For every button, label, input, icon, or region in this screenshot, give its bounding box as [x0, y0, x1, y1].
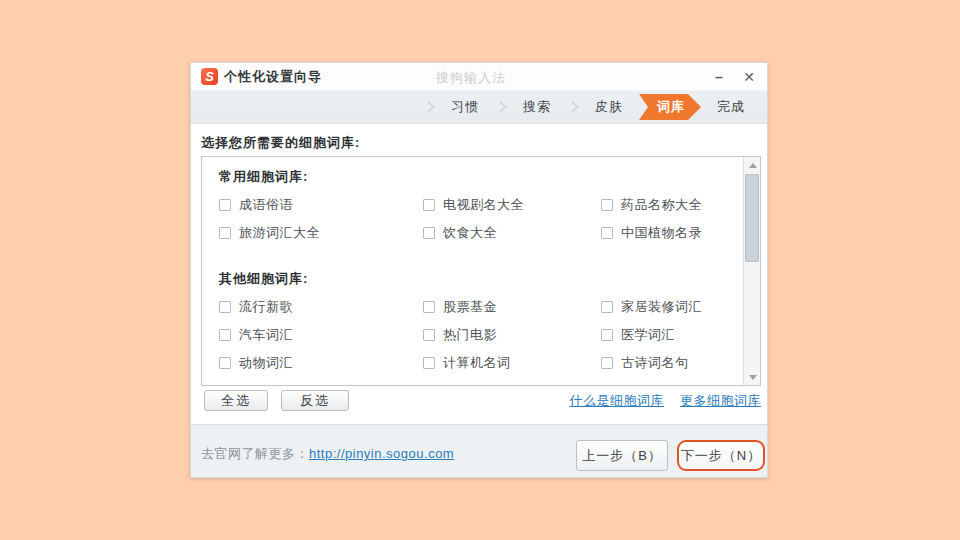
checkbox-label: 中国植物名录	[621, 224, 702, 242]
lexicon-checkbox-item[interactable]: 汽车词汇	[219, 321, 423, 349]
wizard-window: S 个性化设置向导 搜狗输入法 – ✕ 习惯 搜索 皮肤 词库 完成 选择您所需…	[190, 62, 768, 478]
scrollbar[interactable]	[743, 157, 760, 385]
next-step-button[interactable]: 下一步（N）	[677, 440, 765, 471]
select-all-button[interactable]: 全选	[204, 390, 268, 411]
checkbox-label: 医学词汇	[621, 326, 675, 344]
checkbox-label: 饮食大全	[443, 224, 497, 242]
chevron-separator-icon	[495, 101, 506, 112]
checkbox-label: 旅游词汇大全	[239, 224, 320, 242]
chevron-separator-icon	[567, 101, 578, 112]
checkbox-label: 古诗词名句	[621, 354, 689, 372]
lexicon-checkbox-item[interactable]: 热门电影	[423, 321, 601, 349]
lexicon-checkbox-item[interactable]: 医学词汇	[601, 321, 743, 349]
section-title-common: 常用细胞词库:	[219, 165, 743, 191]
checkbox-icon[interactable]	[423, 227, 435, 239]
lexicon-checkbox-item[interactable]: 动物词汇	[219, 349, 423, 377]
tab-search[interactable]: 搜索	[509, 98, 565, 116]
checkbox-label: 流行新歌	[239, 298, 293, 316]
checkbox-icon[interactable]	[601, 357, 613, 369]
partial-item	[423, 377, 601, 386]
lexicon-listbox: 常用细胞词库: 成语俗语 电视剧名大全 药品名称大全 旅游词汇大全 饮食大全 中…	[201, 156, 761, 386]
section-title-other: 其他细胞词库:	[219, 267, 743, 293]
partial-item	[219, 377, 423, 386]
title-bar: S 个性化设置向导 搜狗输入法 – ✕	[191, 63, 767, 90]
official-site-link[interactable]: http://pinyin.sogou.com	[309, 446, 454, 461]
checkbox-icon[interactable]	[219, 301, 231, 313]
checkbox-label: 计算机名词	[443, 354, 511, 372]
lexicon-checkbox-item[interactable]: 计算机名词	[423, 349, 601, 377]
checkbox-icon[interactable]	[601, 199, 613, 211]
checkbox-icon[interactable]	[601, 329, 613, 341]
checkbox-label: 热门电影	[443, 326, 497, 344]
checkbox-label: 电视剧名大全	[443, 196, 524, 214]
scroll-up-icon[interactable]	[744, 157, 761, 173]
page-title: 选择您所需要的细胞词库:	[201, 134, 360, 152]
official-site-text: 去官网了解更多：http://pinyin.sogou.com	[201, 445, 454, 463]
scrollbar-thumb[interactable]	[745, 174, 759, 262]
lexicon-checkbox-item[interactable]: 成语俗语	[219, 191, 423, 219]
wizard-steps: 习惯 搜索 皮肤 词库 完成	[191, 90, 767, 124]
invert-selection-button[interactable]: 反选	[281, 390, 349, 411]
lexicon-checkbox-item[interactable]: 药品名称大全	[601, 191, 743, 219]
checkbox-icon[interactable]	[423, 357, 435, 369]
checkbox-label: 药品名称大全	[621, 196, 702, 214]
chevron-separator-icon	[423, 101, 434, 112]
checkbox-icon[interactable]	[423, 329, 435, 341]
checkbox-icon[interactable]	[601, 227, 613, 239]
content-area: 选择您所需要的细胞词库: 常用细胞词库: 成语俗语 电视剧名大全 药品名称大全 …	[191, 124, 767, 427]
tab-habits[interactable]: 习惯	[437, 98, 493, 116]
close-button[interactable]: ✕	[739, 68, 759, 86]
lexicon-checkbox-item[interactable]: 股票基金	[423, 293, 601, 321]
window-title: 个性化设置向导	[224, 68, 322, 86]
checkbox-icon[interactable]	[601, 301, 613, 313]
checkbox-label: 汽车词汇	[239, 326, 293, 344]
checkbox-label: 动物词汇	[239, 354, 293, 372]
partial-item	[601, 377, 743, 386]
checkbox-icon[interactable]	[219, 357, 231, 369]
checkbox-label: 成语俗语	[239, 196, 293, 214]
lexicon-checkbox-item[interactable]: 电视剧名大全	[423, 191, 601, 219]
checkbox-icon[interactable]	[219, 329, 231, 341]
previous-step-button[interactable]: 上一步（B）	[576, 440, 668, 471]
checkbox-icon[interactable]	[219, 199, 231, 211]
checkbox-label: 家居装修词汇	[621, 298, 702, 316]
official-site-label: 去官网了解更多：	[201, 446, 309, 461]
minimize-button[interactable]: –	[709, 68, 729, 86]
lexicon-checkbox-item[interactable]: 饮食大全	[423, 219, 601, 247]
checkbox-label: 股票基金	[443, 298, 497, 316]
lexicon-checkbox-item[interactable]: 家居装修词汇	[601, 293, 743, 321]
lexicon-checkbox-item[interactable]: 流行新歌	[219, 293, 423, 321]
more-cell-lexicon-link[interactable]: 更多细胞词库	[680, 392, 761, 410]
checkbox-icon[interactable]	[423, 199, 435, 211]
tab-skins[interactable]: 皮肤	[581, 98, 637, 116]
checkbox-icon[interactable]	[423, 301, 435, 313]
scroll-down-icon[interactable]	[744, 369, 761, 385]
footer-bar: 去官网了解更多：http://pinyin.sogou.com 上一步（B） 下…	[191, 424, 767, 477]
watermark-text: 搜狗输入法	[436, 69, 506, 87]
lexicon-checkbox-item[interactable]: 古诗词名句	[601, 349, 743, 377]
lexicon-checkbox-item[interactable]: 中国植物名录	[601, 219, 743, 247]
checkbox-icon[interactable]	[219, 227, 231, 239]
clipped-row	[219, 377, 743, 386]
sogou-logo-icon: S	[201, 68, 218, 85]
tab-lexicon-active[interactable]: 词库	[639, 94, 701, 120]
what-is-cell-lexicon-link[interactable]: 什么是细胞词库	[570, 392, 665, 410]
lexicon-checkbox-item[interactable]: 旅游词汇大全	[219, 219, 423, 247]
tab-finish[interactable]: 完成	[703, 98, 759, 116]
